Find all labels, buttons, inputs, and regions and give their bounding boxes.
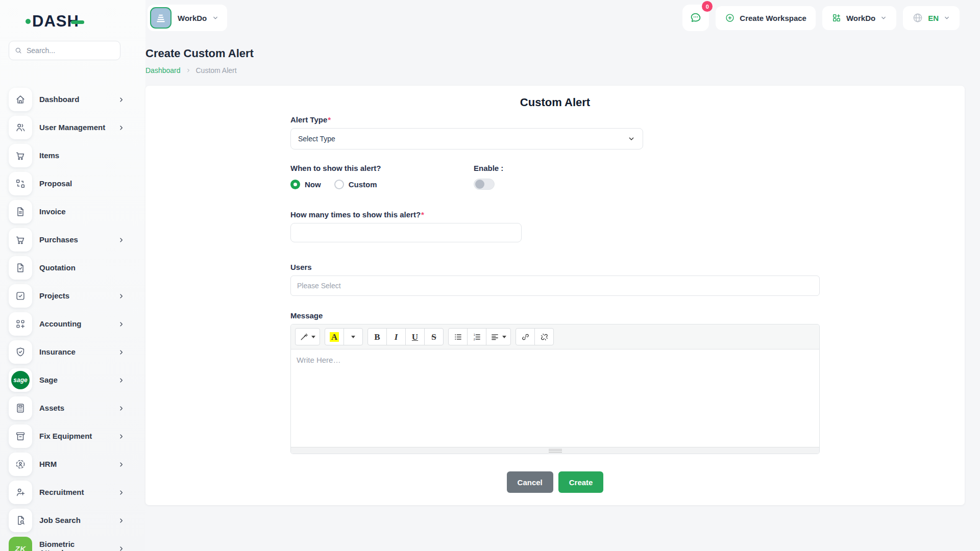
sidebar-item-invoice[interactable]: Invoice <box>9 200 125 223</box>
list-ol-icon <box>473 333 481 341</box>
workspace-switcher-button[interactable]: WorkDo <box>148 5 227 31</box>
sidebar-item-job-search[interactable]: Job Search <box>9 509 125 532</box>
invoice-icon <box>15 206 26 217</box>
sidebar-item-recruitment[interactable]: Recruitment <box>9 481 125 504</box>
sidebar-item-label: Fix Equipment <box>39 432 92 440</box>
sidebar-item-label: Proposal <box>39 179 72 188</box>
sidebar-nav: Dashboard User Management Items Proposal… <box>9 88 125 551</box>
editor-resize-handle[interactable] <box>291 447 819 454</box>
create-button[interactable]: Create <box>558 471 604 493</box>
chevron-right-icon <box>117 96 125 104</box>
sidebar-item-biometric-attendance[interactable]: ZK Biometric Attendance <box>9 537 125 551</box>
create-workspace-label: Create Workspace <box>740 14 806 22</box>
radio-custom-control[interactable] <box>334 180 344 189</box>
required-asterisk: * <box>328 115 331 124</box>
sidebar-item-items[interactable]: Items <box>9 144 125 167</box>
unlink-button[interactable] <box>534 328 554 345</box>
sidebar-item-label: Invoice <box>39 207 66 216</box>
sidebar-item-quotation[interactable]: Quotation <box>9 256 125 280</box>
sidebar-item-accounting[interactable]: Accounting <box>9 312 125 336</box>
underline-button[interactable]: U <box>405 328 425 345</box>
editor-toolbar: ABIUS <box>291 324 819 349</box>
top-header: WorkDo 0 Create Workspace WorkDo EN <box>145 0 980 36</box>
editor-content-area[interactable]: Write Here… <box>291 349 819 447</box>
chevron-down-icon <box>212 14 219 21</box>
chevron-right-icon <box>117 405 125 412</box>
sidebar-item-user-management[interactable]: User Management <box>9 116 125 139</box>
paragraph-align-button[interactable] <box>486 328 511 345</box>
sage-logo: sage <box>11 371 30 389</box>
chevron-right-icon <box>117 545 125 551</box>
sidebar-item-purchases[interactable]: Purchases <box>9 228 125 252</box>
sidebar-item-insurance[interactable]: Insurance <box>9 340 125 364</box>
times-input[interactable] <box>290 223 522 242</box>
sidebar-item-label: Recruitment <box>39 488 84 496</box>
language-label: EN <box>928 14 939 22</box>
sidebar-item-assets[interactable]: Assets <box>9 396 125 420</box>
sidebar-item-dashboard[interactable]: Dashboard <box>9 88 125 111</box>
toolbar-group <box>516 328 554 345</box>
form-title: Custom Alert <box>145 96 965 109</box>
chevron-right-icon <box>117 348 125 356</box>
cart-icon <box>15 150 26 161</box>
magic-wand-icon <box>300 333 308 341</box>
messages-button[interactable]: 0 <box>682 5 709 31</box>
editor-placeholder: Write Here… <box>297 356 340 364</box>
sidebar-item-sage[interactable]: sage Sage <box>9 368 125 392</box>
radio-custom-label: Custom <box>349 180 377 189</box>
message-group: Message ABIUS Write Here… <box>290 311 820 454</box>
sidebar-item-hrm[interactable]: HRM <box>9 453 125 476</box>
link-button[interactable] <box>516 328 535 345</box>
custom-alert-form: Alert Type* Select Type When to show thi… <box>290 115 820 493</box>
alert-type-select[interactable]: Select Type <box>290 128 643 149</box>
cancel-button[interactable]: Cancel <box>507 471 553 493</box>
sidebar-item-projects[interactable]: Projects <box>9 284 125 308</box>
toolbar-group <box>295 328 320 345</box>
sidebar-item-label: Job Search <box>39 516 81 524</box>
radio-option-custom[interactable]: Custom <box>334 180 377 189</box>
page-content: Create Custom Alert Dashboard Custom Ale… <box>145 47 980 505</box>
hrm-icon <box>15 459 26 470</box>
search-icon <box>14 46 22 55</box>
font-color-caret-button[interactable] <box>344 328 363 345</box>
italic-button[interactable]: I <box>386 328 406 345</box>
chevron-down-icon <box>627 135 635 143</box>
when-enable-row: When to show this alert? Now Custom <box>290 164 820 190</box>
apps-workdo-button[interactable]: WorkDo <box>822 6 896 30</box>
toolbar-group <box>448 328 511 345</box>
search-input[interactable] <box>27 46 115 55</box>
enable-toggle[interactable] <box>474 179 495 190</box>
font-color-button[interactable]: A <box>325 328 344 345</box>
radio-option-now[interactable]: Now <box>290 180 321 189</box>
ordered-list-button[interactable] <box>467 328 486 345</box>
language-selector[interactable]: EN <box>903 6 960 30</box>
breadcrumb-dashboard-link[interactable]: Dashboard <box>145 66 181 74</box>
style-button[interactable] <box>295 328 320 345</box>
when-label: When to show this alert? <box>290 164 474 172</box>
create-workspace-button[interactable]: Create Workspace <box>716 6 816 30</box>
unordered-list-button[interactable] <box>448 328 468 345</box>
sidebar-item-fix-equipment[interactable]: Fix Equipment <box>9 424 125 448</box>
sidebar-item-label: Quotation <box>39 263 76 272</box>
breadcrumb: Dashboard Custom Alert <box>145 66 965 74</box>
logo-dash-icon <box>71 20 84 24</box>
bold-button[interactable]: B <box>368 328 387 345</box>
radio-now-control[interactable] <box>290 180 300 189</box>
home-icon <box>15 94 26 105</box>
caret-down-icon <box>351 336 355 338</box>
header-actions: 0 Create Workspace WorkDo EN <box>682 5 960 31</box>
sidebar-item-label: User Management <box>39 123 105 132</box>
strikethrough-button[interactable]: S <box>424 328 444 345</box>
toolbar-group: A <box>325 328 363 345</box>
sidebar-item-label: Items <box>39 151 59 160</box>
caret-down-icon <box>311 336 315 338</box>
unlink-icon <box>540 333 549 341</box>
breadcrumb-current: Custom Alert <box>196 66 237 74</box>
sidebar-item-label: Sage <box>39 375 58 384</box>
sidebar-item-label: Accounting <box>39 319 82 328</box>
logo-dot-icon <box>26 19 31 24</box>
apps-grid-icon <box>831 13 842 23</box>
sidebar-item-proposal[interactable]: Proposal <box>9 172 125 195</box>
sidebar-item-label: HRM <box>39 460 57 468</box>
users-select-input[interactable] <box>290 276 820 296</box>
